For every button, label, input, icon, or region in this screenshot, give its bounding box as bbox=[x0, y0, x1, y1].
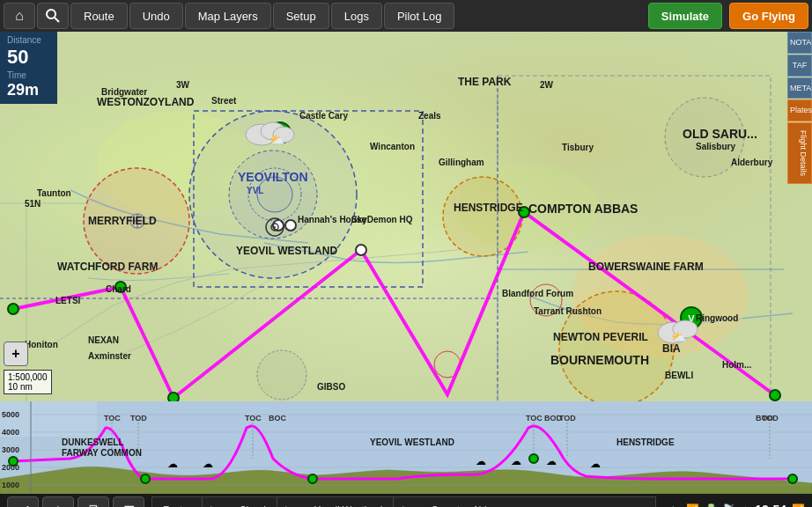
elevation-svg: TOC TOC TOC BOC TOD TOD TOD BOD BOD ☁ ☁ … bbox=[0, 401, 812, 494]
svg-text:☁: ☁ bbox=[476, 455, 486, 467]
search-button[interactable] bbox=[37, 3, 69, 29]
route-button[interactable]: Route bbox=[70, 3, 128, 29]
waypoint-comptonabbas[interactable]: Compton Abbas bbox=[420, 497, 510, 507]
time-value: 29m bbox=[7, 81, 50, 100]
svg-text:BOC: BOC bbox=[269, 414, 287, 422]
svg-text:☁: ☁ bbox=[546, 455, 557, 467]
svg-text:5000: 5000 bbox=[2, 410, 19, 419]
distance-value: 50 bbox=[7, 46, 50, 69]
scale-ratio: 1:500,000 bbox=[8, 372, 48, 382]
notam-button[interactable]: NOTAM bbox=[787, 32, 812, 54]
map-background bbox=[0, 32, 812, 401]
scale-distance: 10 nm bbox=[8, 382, 48, 392]
svg-text:1000: 1000 bbox=[2, 481, 19, 489]
clock-display: 12:54 bbox=[755, 503, 786, 507]
waypoint-bar: Exeter ▶ Chard ▶ Yeovil Westland ▶ Compt… bbox=[151, 496, 656, 507]
svg-point-68 bbox=[308, 474, 317, 483]
svg-text:2000: 2000 bbox=[2, 463, 19, 472]
svg-point-67 bbox=[141, 474, 150, 483]
svg-text:FARWAY COMMON: FARWAY COMMON bbox=[62, 448, 142, 458]
svg-text:DUNKESWELL: DUNKESWELL bbox=[62, 437, 124, 447]
status-right: 📶 🔋 📡 ⚙ 12:54 📶 bbox=[686, 503, 805, 507]
svg-text:TOC: TOC bbox=[526, 414, 543, 422]
svg-point-0 bbox=[47, 10, 55, 18]
scale-indicator: 1:500,000 10 nm bbox=[4, 370, 52, 394]
distance-time-panel: Distance 50 Time 29m bbox=[0, 32, 57, 104]
svg-text:BOD: BOD bbox=[756, 414, 774, 422]
up-button[interactable]: ▲ bbox=[42, 496, 74, 507]
time-label: Time bbox=[7, 70, 50, 81]
goflying-button[interactable]: Go Flying bbox=[729, 3, 808, 29]
svg-text:☁: ☁ bbox=[511, 455, 521, 467]
svg-text:☁: ☁ bbox=[167, 458, 178, 470]
svg-text:BOD: BOD bbox=[544, 414, 563, 422]
plates-button[interactable]: Plates bbox=[787, 99, 812, 121]
simulate-button[interactable]: Simulate bbox=[648, 3, 722, 29]
up-arrow-button[interactable]: ▲ bbox=[660, 502, 686, 507]
navigation-bar: ⌂ Route Undo Map Layers Setup Logs Pilot… bbox=[0, 0, 812, 32]
svg-text:YEOVIL WESTLAND: YEOVIL WESTLAND bbox=[370, 437, 454, 447]
waypoint-exeter[interactable]: Exeter bbox=[152, 497, 203, 507]
metar-button[interactable]: METAR bbox=[787, 77, 812, 99]
svg-text:HENSTRIDGE: HENSTRIDGE bbox=[616, 437, 675, 447]
svg-text:4000: 4000 bbox=[2, 428, 19, 437]
svg-text:3000: 3000 bbox=[2, 445, 19, 454]
svg-text:TOC: TOC bbox=[245, 414, 262, 422]
setup-button[interactable]: Setup bbox=[273, 3, 329, 29]
pilotlog-button[interactable]: Pilot Log bbox=[384, 3, 455, 29]
grid-button[interactable]: ⊞ bbox=[113, 496, 144, 507]
svg-text:TOC: TOC bbox=[104, 414, 121, 422]
logs-button[interactable]: Logs bbox=[331, 3, 382, 29]
back-button[interactable]: ◀ bbox=[7, 496, 39, 507]
svg-point-69 bbox=[529, 454, 538, 463]
windows-button[interactable]: ⧉ bbox=[78, 496, 109, 507]
zoom-button[interactable]: + bbox=[4, 342, 28, 366]
svg-text:TOD: TOD bbox=[130, 414, 147, 422]
home-button[interactable]: ⌂ bbox=[4, 3, 35, 29]
svg-text:☁: ☁ bbox=[203, 458, 213, 470]
flight-details-button[interactable]: Flight Details bbox=[787, 122, 812, 184]
wifi-signal-icon: 📶 bbox=[792, 503, 805, 507]
undo-button[interactable]: Undo bbox=[129, 3, 183, 29]
elevation-profile: TOC TOC TOC BOC TOD TOD TOD BOD BOD ☁ ☁ … bbox=[0, 401, 812, 494]
svg-line-1 bbox=[55, 18, 59, 22]
map-view[interactable]: V V ⛅ ⛅ Distance 50 Time 29m bbox=[0, 32, 812, 401]
waypoint-yeovilwestland[interactable]: Yeovil Westland bbox=[304, 497, 395, 507]
side-panel: NOTAM TAF METAR Plates Flight Details bbox=[787, 32, 812, 185]
battery-icon: 🔋 bbox=[705, 503, 718, 507]
maplayers-button[interactable]: Map Layers bbox=[185, 3, 271, 29]
svg-text:☁: ☁ bbox=[590, 458, 601, 470]
signal-icon: 📶 bbox=[686, 503, 699, 507]
svg-point-70 bbox=[788, 474, 797, 483]
distance-label: Distance bbox=[7, 35, 50, 46]
wifi-icon: 📡 bbox=[723, 503, 736, 507]
status-bar: ◀ ▲ ⧉ ⊞ Exeter ▶ Chard ▶ Yeovil Westland… bbox=[0, 494, 812, 507]
waypoint-chard[interactable]: Chard bbox=[229, 497, 277, 507]
taf-button[interactable]: TAF bbox=[787, 55, 812, 77]
